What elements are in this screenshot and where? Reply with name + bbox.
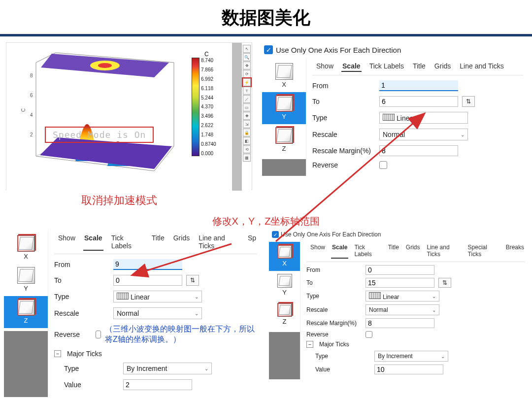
- x-from-input[interactable]: [366, 265, 434, 275]
- label-reverse-2: Reverse: [54, 331, 92, 338]
- one-axis-checkbox-2[interactable]: ✓: [272, 231, 279, 238]
- swap-to-button-3[interactable]: ⇅: [438, 278, 451, 288]
- tab-sp[interactable]: Sp: [247, 233, 257, 251]
- axis-item-y-3[interactable]: Y: [269, 271, 300, 300]
- label-type: Type: [312, 114, 375, 122]
- svg-text:6: 6: [30, 93, 33, 98]
- one-axis-label: Use Only One Axis For Each Direction: [276, 46, 401, 54]
- y-type-select[interactable]: Linear: [379, 112, 468, 124]
- y-reverse-checkbox[interactable]: [379, 161, 387, 169]
- tab-line-ticks[interactable]: Line and Ticks: [459, 61, 505, 72]
- colorbar-ticks: 8.7407.866 6.9926.118 5.2444.370 3.4962.…: [201, 58, 216, 156]
- page-title: 数据图美化: [0, 0, 532, 34]
- axis-item-z-2[interactable]: Z: [4, 296, 48, 328]
- y-to-input[interactable]: [379, 96, 458, 107]
- tab-title[interactable]: Title: [412, 61, 427, 72]
- x-mt-value-input[interactable]: [374, 365, 443, 374]
- plot-3d-wrap[interactable]: 8 6 4 2 C Speed Mode is On C 8.7407.866 …: [6, 42, 252, 190]
- y-rescale-select[interactable]: Normal⌄: [379, 129, 468, 140]
- svg-text:4: 4: [30, 112, 33, 118]
- x-reverse-checkbox[interactable]: [366, 331, 372, 338]
- tabs-z: Show Scale Tick Labels Title Grids Line …: [54, 231, 257, 254]
- major-ticks-expander-2[interactable]: −: [306, 341, 313, 348]
- tab-breaks-3[interactable]: Breaks: [505, 243, 525, 259]
- axis-selector-y-panel: X Y Z: [262, 58, 306, 176]
- z-rescale-select[interactable]: Normal⌄: [113, 307, 202, 319]
- tab-scale-3[interactable]: Scale: [331, 243, 348, 259]
- y-from-input[interactable]: [379, 80, 458, 91]
- vtb-grid-icon[interactable]: ▦: [243, 154, 251, 162]
- label-mt-type: Type: [64, 365, 119, 372]
- tab-title-2[interactable]: Title: [151, 233, 166, 251]
- x-type-select[interactable]: Linear⌄: [366, 291, 439, 301]
- x-rescale-select[interactable]: Normal⌄: [366, 304, 439, 315]
- label-to-3: To: [306, 279, 362, 286]
- tab-scale[interactable]: Scale: [341, 61, 362, 72]
- svg-text:C: C: [21, 108, 26, 112]
- vtb-marker-icon[interactable]: ✚: [243, 112, 251, 120]
- tab-tick-labels[interactable]: Tick Labels: [368, 61, 405, 72]
- x-margin-input[interactable]: [366, 318, 434, 328]
- vtb-arrow-icon[interactable]: ↖: [243, 45, 251, 53]
- label-rescale-2: Rescale: [54, 309, 109, 317]
- vtb-speed-icon[interactable]: ⚡: [243, 78, 251, 86]
- tab-tick-labels-2[interactable]: Tick Labels: [110, 233, 144, 251]
- vtb-line-icon[interactable]: ／: [243, 95, 251, 103]
- tab-tick-labels-3[interactable]: Tick Labels: [353, 243, 382, 259]
- axis-selector-z-panel: X Y Z: [4, 230, 48, 397]
- axis-item-x-2[interactable]: X: [4, 232, 48, 264]
- vtb-zoom-icon[interactable]: 🔍: [243, 53, 251, 61]
- vtb-pan-icon[interactable]: ✥: [243, 62, 251, 69]
- panel-axis-z: X Y Z Show Scale Tick Labels Title Grids…: [4, 230, 260, 397]
- colorbar: C 8.7407.866 6.9926.118 5.2444.370 3.496…: [192, 52, 231, 155]
- label-rescale-3: Rescale: [306, 306, 362, 313]
- z-mt-type-select[interactable]: By Increment⌄: [123, 363, 212, 374]
- axis-item-z-3[interactable]: Z: [269, 300, 300, 329]
- x-mt-type-select[interactable]: By Increment⌄: [374, 351, 448, 362]
- vtb-reset-icon[interactable]: ⟲: [243, 145, 251, 153]
- tab-scale-2[interactable]: Scale: [83, 233, 103, 251]
- tab-line-ticks-2[interactable]: Line and Ticks: [198, 233, 240, 251]
- axis-item-y[interactable]: Y: [262, 92, 306, 124]
- z-mt-value-input[interactable]: [123, 379, 192, 390]
- swap-to-button-2[interactable]: ⇅: [186, 275, 199, 286]
- label-type-3: Type: [306, 293, 362, 300]
- tab-grids-2[interactable]: Grids: [172, 233, 191, 251]
- tab-special-3[interactable]: Special Ticks: [467, 243, 500, 259]
- vtb-color-icon[interactable]: ◧: [243, 137, 251, 145]
- svg-point-2: [98, 63, 112, 68]
- vtb-rotate-icon[interactable]: ⟳: [243, 70, 251, 78]
- label-to: To: [312, 98, 375, 105]
- label-margin: Rescale Margin(%): [312, 147, 375, 155]
- z-type-select[interactable]: Linear⌄: [113, 291, 202, 302]
- x-to-input[interactable]: [366, 278, 434, 288]
- vtb-rect-icon[interactable]: ▭: [243, 103, 251, 111]
- swap-to-button[interactable]: ⇅: [462, 96, 475, 107]
- axis-item-x[interactable]: X: [262, 60, 306, 92]
- tab-show-3[interactable]: Show: [309, 243, 326, 259]
- tab-grids-3[interactable]: Grids: [405, 243, 421, 259]
- caption-modify-axes: 修改X，Y，Z坐标轴范围: [0, 215, 532, 228]
- tab-show-2[interactable]: Show: [57, 233, 76, 251]
- panel-axis-x: ✓ Use Only One Axis For Each Direction X…: [269, 230, 528, 397]
- tab-grids[interactable]: Grids: [433, 61, 452, 72]
- z-reverse-checkbox[interactable]: [96, 331, 101, 338]
- y-margin-input[interactable]: [379, 145, 458, 156]
- major-ticks-expander[interactable]: −: [54, 350, 61, 357]
- tabs-x: Show Scale Tick Labels Title Grids Line …: [306, 241, 525, 262]
- vtb-text-icon[interactable]: T: [243, 87, 251, 95]
- plot-3d-svg: 8 6 4 2 C: [6, 43, 184, 186]
- axis-item-x-3[interactable]: X: [269, 242, 300, 271]
- vtb-scale-icon[interactable]: ⇲: [243, 120, 251, 128]
- axis-item-y-2[interactable]: Y: [4, 264, 48, 296]
- z-to-input[interactable]: [113, 275, 182, 286]
- axis-item-z[interactable]: Z: [262, 124, 306, 156]
- vtb-lock-icon[interactable]: 🔒: [243, 129, 251, 136]
- tab-show[interactable]: Show: [315, 61, 334, 72]
- inline-note: （三维小波变换的映射图一般在下方，所以将Z轴的坐标调换。）: [105, 324, 257, 345]
- z-from-input[interactable]: [113, 259, 182, 270]
- tab-line-ticks-3[interactable]: Line and Ticks: [426, 243, 462, 259]
- one-axis-checkbox[interactable]: ✓: [264, 45, 273, 54]
- tab-title-3[interactable]: Title: [387, 243, 400, 259]
- label-mt-type-2: Type: [315, 353, 370, 360]
